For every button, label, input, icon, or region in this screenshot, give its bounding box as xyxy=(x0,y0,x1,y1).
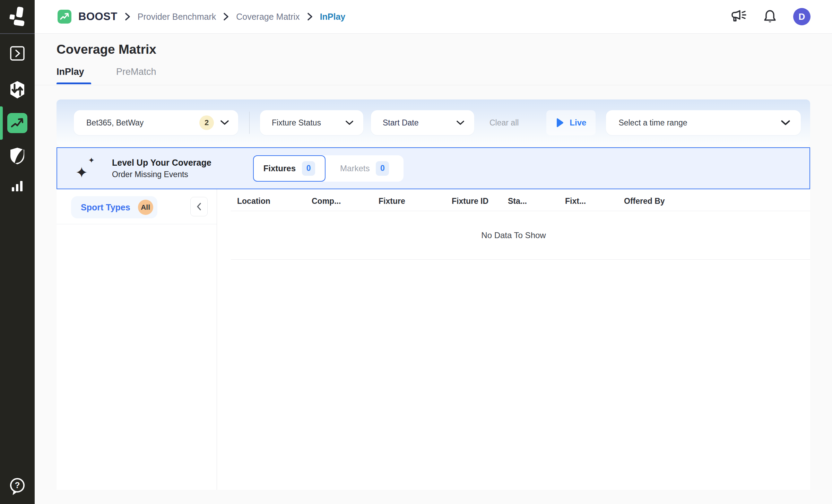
filter-bar: Bet365, BetWay 2 Fixture Status Start Da… xyxy=(57,99,810,146)
breadcrumb-item-inplay[interactable]: InPlay xyxy=(320,12,346,22)
sidebar-item-help[interactable]: ? xyxy=(0,477,35,495)
fixture-status-select[interactable]: Fixture Status xyxy=(260,110,363,135)
breadcrumb: BOOST Provider Benchmark Coverage Matrix… xyxy=(58,10,345,24)
column-header-offered-by[interactable]: Offered By xyxy=(624,197,665,206)
empty-state-message: No Data To Show xyxy=(481,231,546,240)
start-date-label: Start Date xyxy=(383,118,456,128)
shield-icon xyxy=(9,147,26,165)
sidebar-item-exchange[interactable] xyxy=(0,80,35,99)
play-icon xyxy=(556,118,564,128)
collapse-panel-icon xyxy=(196,202,202,211)
chevron-down-icon xyxy=(781,120,790,126)
fixture-status-label: Fixture Status xyxy=(272,118,345,128)
bell-icon[interactable] xyxy=(763,9,777,24)
page-title: Coverage Matrix xyxy=(57,42,156,57)
sidebar-divider xyxy=(0,33,35,34)
sparkles-icon: ✦ ✦ xyxy=(75,158,95,179)
start-date-select[interactable]: Start Date xyxy=(371,110,474,135)
markets-toggle-button[interactable]: Markets 0 xyxy=(330,155,399,182)
chevron-right-icon xyxy=(307,12,313,21)
sport-panel-divider xyxy=(57,224,217,224)
chevron-down-icon xyxy=(345,120,354,125)
fixtures-count-badge: 0 xyxy=(302,161,315,176)
markets-toggle-label: Markets xyxy=(340,164,370,173)
sport-types-panel: Sport Types All xyxy=(57,189,217,490)
sparkle-small: ✦ xyxy=(88,157,95,164)
tab-bar: InPlay PreMatch xyxy=(57,67,156,84)
column-header-fixture-id[interactable]: Fixture ID xyxy=(452,197,508,206)
coverage-content: Sport Types All Location Comp... Fixture… xyxy=(57,189,810,490)
brand-logo-icon[interactable] xyxy=(58,10,71,24)
column-header-fixture[interactable]: Fixture xyxy=(379,197,452,206)
help-icon: ? xyxy=(8,477,26,495)
sport-types-all-badge: All xyxy=(138,200,153,215)
column-header-status[interactable]: Sta... xyxy=(508,197,565,206)
sidebar-item-stats[interactable] xyxy=(0,178,35,193)
column-header-fixture-2[interactable]: Fixt... xyxy=(565,197,624,206)
app-logo-icon xyxy=(6,6,28,28)
empty-state-row: No Data To Show xyxy=(217,211,810,259)
time-range-select[interactable]: Select a time range xyxy=(606,110,801,135)
live-button[interactable]: Live xyxy=(546,110,596,135)
sidebar-item-expand[interactable] xyxy=(0,46,35,61)
sidebar: ? xyxy=(0,0,35,504)
filter-divider xyxy=(249,112,250,134)
tab-prematch[interactable]: PreMatch xyxy=(116,67,156,84)
breadcrumb-item-coverage-matrix[interactable]: Coverage Matrix xyxy=(236,12,300,22)
sidebar-item-benchmark-active[interactable] xyxy=(0,113,35,133)
svg-text:?: ? xyxy=(15,480,20,490)
sport-types-filter[interactable]: Sport Types All xyxy=(71,196,157,218)
level-up-banner: ✦ ✦ Level Up Your Coverage Order Missing… xyxy=(57,147,810,189)
tabs-divider xyxy=(35,85,832,85)
avatar[interactable]: D xyxy=(793,8,811,25)
collapse-panel-button[interactable] xyxy=(190,197,208,216)
clear-all-button[interactable]: Clear all xyxy=(489,118,519,128)
table-bottom-divider xyxy=(231,259,810,260)
benchmark-icon xyxy=(7,113,27,133)
chevron-right-icon xyxy=(223,12,229,21)
breadcrumb-item-provider-benchmark[interactable]: Provider Benchmark xyxy=(138,12,216,22)
sport-types-label: Sport Types xyxy=(81,202,130,212)
banner-title: Level Up Your Coverage xyxy=(112,158,211,168)
chevron-down-icon xyxy=(220,120,229,125)
sparkle-large: ✦ xyxy=(75,165,88,180)
top-header: BOOST Provider Benchmark Coverage Matrix… xyxy=(35,0,832,34)
provider-select-value: Bet365, BetWay xyxy=(86,118,199,128)
fixtures-toggle-label: Fixtures xyxy=(263,164,296,173)
column-header-competition[interactable]: Comp... xyxy=(312,197,379,206)
chevron-down-icon xyxy=(456,120,465,125)
tab-inplay[interactable]: InPlay xyxy=(57,67,88,84)
exchange-icon xyxy=(8,80,26,99)
fixtures-toggle-button[interactable]: Fixtures 0 xyxy=(253,155,326,182)
expand-sidebar-icon xyxy=(10,46,25,61)
order-segmented-control: Fixtures 0 Markets 0 xyxy=(253,155,404,182)
live-button-label: Live xyxy=(570,118,586,128)
provider-select[interactable]: Bet365, BetWay 2 xyxy=(74,110,238,135)
column-header-location[interactable]: Location xyxy=(237,197,312,206)
coverage-table: Location Comp... Fixture Fixture ID Sta.… xyxy=(217,189,810,490)
sidebar-item-shield[interactable] xyxy=(0,147,35,165)
brand-name[interactable]: BOOST xyxy=(78,10,118,23)
megaphone-icon[interactable] xyxy=(731,10,747,24)
banner-subtitle: Order Missing Events xyxy=(112,170,211,179)
chevron-right-icon xyxy=(124,12,131,21)
time-range-placeholder: Select a time range xyxy=(618,118,781,128)
provider-count-badge: 2 xyxy=(199,115,214,130)
bar-chart-icon xyxy=(10,178,25,193)
table-header-row: Location Comp... Fixture Fixture ID Sta.… xyxy=(217,191,810,211)
markets-count-badge: 0 xyxy=(376,161,389,176)
